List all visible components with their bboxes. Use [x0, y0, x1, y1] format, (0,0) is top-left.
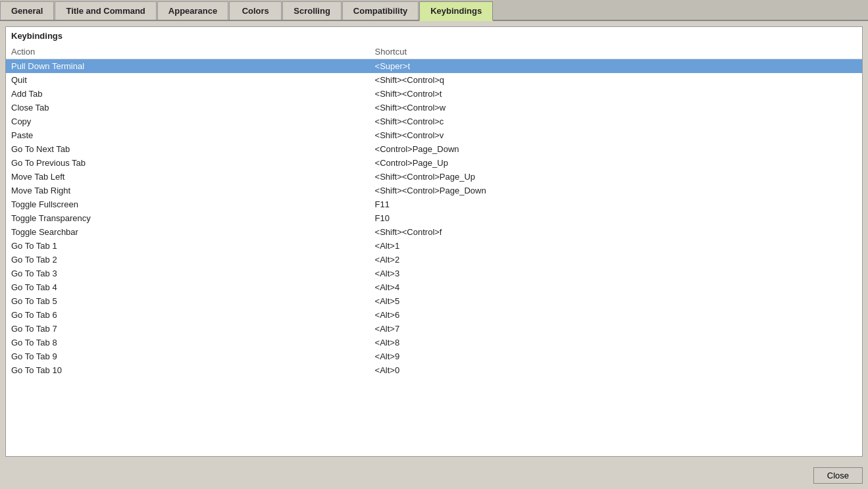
shortcut-cell: <Alt>3 [370, 267, 862, 280]
shortcut-cell: <Shift><Control>v [370, 128, 862, 142]
action-cell: Move Tab Left [6, 170, 370, 184]
action-cell: Toggle Searchbar [6, 225, 370, 239]
shortcut-cell: <Shift><Control>c [370, 115, 862, 128]
table-row[interactable]: Go To Previous Tab<Control>Page_Up [6, 156, 862, 170]
keybindings-group: Keybindings Action Shortcut Pull Down Te… [5, 26, 863, 457]
tab-appearance[interactable]: Appearance [157, 1, 228, 20]
shortcut-cell: <Alt>0 [370, 363, 862, 377]
shortcut-cell: <Shift><Control>q [370, 73, 862, 87]
table-row[interactable]: Go To Tab 4<Alt>4 [6, 280, 862, 294]
table-row[interactable]: Close Tab<Shift><Control>w [6, 101, 862, 115]
table-row[interactable]: Go To Tab 5<Alt>5 [6, 294, 862, 308]
table-row[interactable]: Go To Tab 10<Alt>0 [6, 363, 862, 377]
shortcut-cell: <Alt>2 [370, 253, 862, 267]
action-cell: Go To Tab 4 [6, 280, 370, 294]
shortcut-cell: <Shift><Control>Page_Down [370, 184, 862, 197]
action-cell: Toggle Fullscreen [6, 197, 370, 211]
column-shortcut: Shortcut [370, 45, 862, 59]
tab-colors[interactable]: Colors [229, 1, 282, 20]
action-cell: Go To Tab 1 [6, 239, 370, 253]
action-cell: Copy [6, 115, 370, 128]
table-row[interactable]: Add Tab<Shift><Control>t [6, 87, 862, 101]
table-row[interactable]: Go To Tab 7<Alt>7 [6, 322, 862, 336]
action-cell: Go To Tab 5 [6, 294, 370, 308]
tab-keybindings[interactable]: Keybindings [419, 1, 493, 21]
main-content: Keybindings Action Shortcut Pull Down Te… [0, 21, 868, 462]
table-row[interactable]: Paste<Shift><Control>v [6, 128, 862, 142]
group-title: Keybindings [6, 30, 862, 45]
action-cell: Close Tab [6, 101, 370, 115]
shortcut-cell: <Alt>4 [370, 280, 862, 294]
action-cell: Go To Tab 8 [6, 336, 370, 349]
action-cell: Go To Tab 6 [6, 308, 370, 322]
table-row[interactable]: Toggle TransparencyF10 [6, 211, 862, 225]
shortcut-cell: <Alt>7 [370, 322, 862, 336]
shortcut-cell: <Shift><Control>t [370, 87, 862, 101]
action-cell: Go To Tab 9 [6, 349, 370, 363]
table-row[interactable]: Go To Tab 1<Alt>1 [6, 239, 862, 253]
action-cell: Go To Tab 7 [6, 322, 370, 336]
table-row[interactable]: Move Tab Right<Shift><Control>Page_Down [6, 184, 862, 197]
action-cell: Go To Tab 3 [6, 267, 370, 280]
action-cell: Go To Next Tab [6, 142, 370, 156]
table-row[interactable]: Go To Tab 8<Alt>8 [6, 336, 862, 349]
shortcut-cell: F11 [370, 197, 862, 211]
shortcut-cell: <Control>Page_Up [370, 156, 862, 170]
table-row[interactable]: Go To Next Tab<Control>Page_Down [6, 142, 862, 156]
table-row[interactable]: Toggle FullscreenF11 [6, 197, 862, 211]
column-action: Action [6, 45, 370, 59]
shortcut-cell: <Shift><Control>Page_Up [370, 170, 862, 184]
action-cell: Add Tab [6, 87, 370, 101]
table-row[interactable]: Go To Tab 3<Alt>3 [6, 267, 862, 280]
tab-general[interactable]: General [0, 1, 54, 20]
tab-bar: GeneralTitle and CommandAppearanceColors… [0, 0, 868, 21]
table-row[interactable]: Move Tab Left<Shift><Control>Page_Up [6, 170, 862, 184]
tab-compatibility[interactable]: Compatibility [342, 1, 419, 20]
shortcut-cell: <Super>t [370, 59, 862, 74]
table-row[interactable]: Quit<Shift><Control>q [6, 73, 862, 87]
tab-title-and-command[interactable]: Title and Command [55, 1, 156, 20]
shortcut-cell: <Control>Page_Down [370, 142, 862, 156]
action-cell: Go To Previous Tab [6, 156, 370, 170]
shortcut-cell: <Shift><Control>f [370, 225, 862, 239]
table-row[interactable]: Go To Tab 9<Alt>9 [6, 349, 862, 363]
shortcut-cell: <Shift><Control>w [370, 101, 862, 115]
table-row[interactable]: Go To Tab 2<Alt>2 [6, 253, 862, 267]
tab-scrolling[interactable]: Scrolling [282, 1, 342, 20]
action-cell: Paste [6, 128, 370, 142]
action-cell: Go To Tab 10 [6, 363, 370, 377]
keybindings-table: Action Shortcut Pull Down Terminal<Super… [6, 45, 862, 377]
action-cell: Go To Tab 2 [6, 253, 370, 267]
table-row[interactable]: Toggle Searchbar<Shift><Control>f [6, 225, 862, 239]
shortcut-cell: <Alt>8 [370, 336, 862, 349]
action-cell: Quit [6, 73, 370, 87]
table-row[interactable]: Copy<Shift><Control>c [6, 115, 862, 128]
shortcut-cell: <Alt>9 [370, 349, 862, 363]
shortcut-cell: <Alt>1 [370, 239, 862, 253]
table-container[interactable]: Action Shortcut Pull Down Terminal<Super… [6, 45, 862, 456]
action-cell: Toggle Transparency [6, 211, 370, 225]
action-cell: Pull Down Terminal [6, 59, 370, 74]
table-row[interactable]: Pull Down Terminal<Super>t [6, 59, 862, 74]
shortcut-cell: <Alt>5 [370, 294, 862, 308]
action-cell: Move Tab Right [6, 184, 370, 197]
table-row[interactable]: Go To Tab 6<Alt>6 [6, 308, 862, 322]
close-button[interactable]: Close [813, 467, 863, 484]
shortcut-cell: F10 [370, 211, 862, 225]
shortcut-cell: <Alt>6 [370, 308, 862, 322]
footer: Close [0, 462, 868, 489]
